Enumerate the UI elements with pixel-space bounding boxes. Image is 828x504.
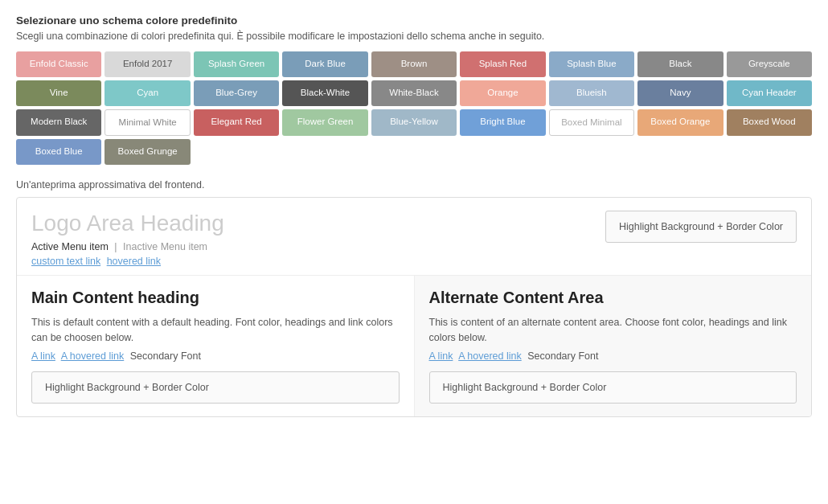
main-content-links: A link A hovered link Secondary Font [31,350,400,362]
color-grid: Enfold ClassicEnfold 2017Splash GreenDar… [16,51,812,165]
color-chip-bright-blue[interactable]: Bright Blue [460,109,545,137]
color-chip-white-black[interactable]: White-Black [371,80,457,106]
alt-link2[interactable]: A hovered link [458,350,522,362]
color-chip-minimal-white[interactable]: Minimal White [105,109,190,137]
color-chip-splash-blue[interactable]: Splash Blue [549,51,634,77]
header-highlight-box: Highlight Background + Border Color [605,211,797,243]
main-link2[interactable]: A hovered link [61,350,125,362]
color-chip-splash-red[interactable]: Splash Red [460,51,545,77]
color-chip-navy[interactable]: Navy [637,80,723,106]
alt-link1[interactable]: A link [429,350,453,362]
color-chip-flower-green[interactable]: Flower Green [282,109,367,137]
preview-links: custom text link hovered link [31,256,224,267]
color-chip-cyan-header[interactable]: Cyan Header [727,80,812,106]
color-chip-elegant-red[interactable]: Elegant Red [194,109,279,137]
custom-text-link[interactable]: custom text link [31,256,100,267]
color-chip-blue-grey[interactable]: Blue-Grey [194,80,279,106]
menu-inactive-item: Inactive Menu item [123,241,207,252]
menu-separator: | [114,241,117,252]
preview-menu: Active Menu item | Inactive Menu item [31,241,224,252]
color-chip-enfold-2017[interactable]: Enfold 2017 [105,51,190,77]
main-content-text: This is default content with a default h… [31,315,400,346]
preview-content-row: Main Content heading This is default con… [17,276,811,416]
alt-secondary-font: Secondary Font [527,350,598,362]
color-chip-vine[interactable]: Vine [16,80,101,106]
color-chip-boxed-minimal[interactable]: Boxed Minimal [549,109,634,137]
color-chip-brown[interactable]: Brown [371,51,457,77]
main-link1[interactable]: A link [31,350,55,362]
hovered-link[interactable]: hovered link [107,256,161,267]
page-title: Selezionare uno schema colore predefinit… [16,14,812,27]
color-chip-boxed-wood[interactable]: Boxed Wood [727,109,812,137]
color-chip-orange[interactable]: Orange [460,80,545,106]
color-chip-boxed-grunge[interactable]: Boxed Grunge [105,139,190,165]
preview-alt-area: Alternate Content Area This is content o… [415,276,812,416]
color-chip-dark-blue[interactable]: Dark Blue [282,51,367,77]
page-description: Scegli una combinazione di colori predef… [16,31,812,42]
color-chip-modern-black[interactable]: Modern Black [16,109,101,137]
color-chip-cyan[interactable]: Cyan [105,80,190,106]
main-secondary-font: Secondary Font [130,350,201,362]
color-chip-enfold-classic[interactable]: Enfold Classic [16,51,101,77]
preview-header-left: Logo Area Heading Active Menu item | Ina… [31,211,224,267]
alt-highlight-box: Highlight Background + Border Color [429,371,797,404]
alt-content-heading: Alternate Content Area [429,289,797,307]
color-chip-greyscale[interactable]: Greyscale [727,51,812,77]
preview-header: Logo Area Heading Active Menu item | Ina… [17,198,811,276]
menu-active-item: Active Menu item [31,241,109,252]
color-chip-black[interactable]: Black [637,51,723,77]
preview-container: Logo Area Heading Active Menu item | Ina… [16,197,812,417]
preview-main-area: Main Content heading This is default con… [17,276,415,416]
color-chip-black-white[interactable]: Black-White [282,80,367,106]
preview-logo-heading: Logo Area Heading [31,211,224,236]
color-chip-blueish[interactable]: Blueish [549,80,634,106]
color-chip-blue-yellow[interactable]: Blue-Yellow [371,109,457,137]
color-chip-boxed-orange[interactable]: Boxed Orange [637,109,723,137]
alt-content-text: This is content of an alternate content … [429,315,797,346]
main-content-heading: Main Content heading [31,289,400,307]
alt-content-links: A link A hovered link Secondary Font [429,350,797,362]
color-chip-boxed-blue[interactable]: Boxed Blue [16,139,101,165]
color-chip-splash-green[interactable]: Splash Green [194,51,279,77]
main-highlight-box: Highlight Background + Border Color [31,371,400,404]
preview-label: Un'anteprima approssimativa del frontend… [16,179,812,191]
